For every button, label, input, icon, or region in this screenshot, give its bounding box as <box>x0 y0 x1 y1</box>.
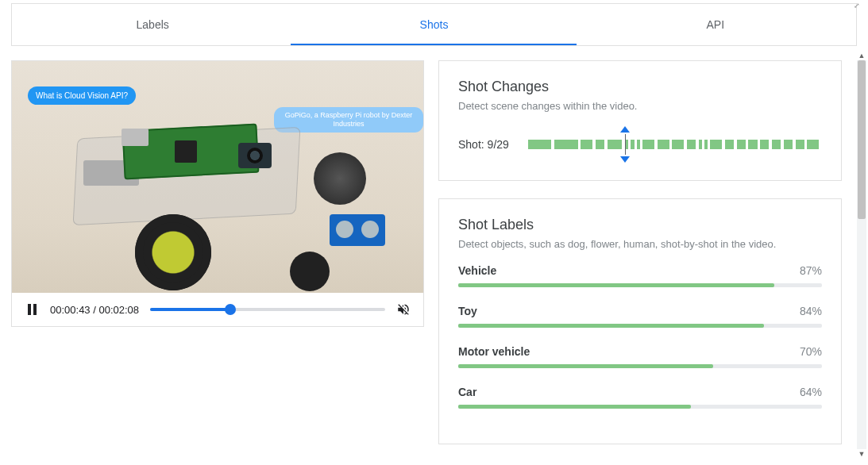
tab-shots[interactable]: Shots <box>293 4 574 45</box>
chevron-up-icon <box>620 126 630 133</box>
results-scroll-area: Shot Changes Detect scene changes within… <box>438 60 842 449</box>
timeline-segment <box>737 140 746 149</box>
shot-labels-card: Shot Labels Detect objects, such as dog,… <box>438 198 842 444</box>
timeline-segment <box>631 140 634 149</box>
label-name: Toy <box>458 305 477 317</box>
timeline-segment <box>596 140 604 149</box>
tab-api[interactable]: API <box>575 4 856 45</box>
shot-changes-subtitle: Detect scene changes within the video. <box>458 100 822 112</box>
label-row: Motor vehicle70% <box>458 345 822 368</box>
confidence-bar-bg <box>458 283 822 287</box>
video-controls: 00:00:43 / 00:02:08 <box>12 293 423 326</box>
timeline-segment <box>637 140 640 149</box>
timeline-segment <box>687 140 696 149</box>
tab-bar: Labels Shots API <box>11 3 857 46</box>
timeline-segment <box>772 140 781 149</box>
label-confidence: 84% <box>800 305 822 317</box>
volume-off-icon <box>396 301 411 318</box>
label-row: Car64% <box>458 386 822 409</box>
label-confidence: 70% <box>800 345 822 358</box>
overlay-caption-1: What is Cloud Vision API? <box>28 86 136 105</box>
timeline-segment <box>625 140 628 149</box>
timeline-segment <box>807 140 819 149</box>
mute-button[interactable] <box>396 302 411 317</box>
timeline-segment <box>796 140 804 149</box>
confidence-bar-bg <box>458 324 822 328</box>
confidence-bar-bg <box>458 405 822 409</box>
timeline-segment <box>581 140 592 149</box>
timeline-segment <box>748 140 757 149</box>
scrollbar-thumb[interactable] <box>858 60 866 219</box>
timeline-segment <box>672 140 684 149</box>
label-row: Vehicle87% <box>458 264 822 287</box>
timeline-segment <box>699 140 702 149</box>
confidence-bar-bg <box>458 364 822 368</box>
label-name: Motor vehicle <box>458 345 530 358</box>
timeline-segment <box>554 140 578 149</box>
video-player: What is Cloud Vision API? GoPiGo, a Rasp… <box>11 60 424 327</box>
timeline-segment <box>704 140 708 149</box>
timeline-segment <box>760 140 769 149</box>
timeline-segment <box>725 140 734 149</box>
timeline-segment <box>658 140 669 149</box>
video-frame[interactable]: What is Cloud Vision API? GoPiGo, a Rasp… <box>12 61 423 293</box>
confidence-bar-fill <box>458 324 764 328</box>
label-confidence: 87% <box>800 264 822 277</box>
time-display: 00:00:43 / 00:02:08 <box>50 304 139 316</box>
video-content-illustration <box>75 121 338 256</box>
shot-labels-subtitle: Detect objects, such as dog, flower, hum… <box>458 238 822 250</box>
timeline-segment <box>608 140 623 149</box>
chevron-down-icon <box>620 156 630 163</box>
pause-icon <box>28 304 37 315</box>
seek-bar[interactable] <box>150 308 385 311</box>
pause-button[interactable] <box>25 302 39 317</box>
label-confidence: 64% <box>800 386 822 398</box>
timeline-segment <box>642 140 654 149</box>
shot-labels-title: Shot Labels <box>458 217 822 233</box>
scroll-up-icon[interactable]: ▲ <box>857 51 866 60</box>
confidence-bar-fill <box>458 364 713 368</box>
shot-counter: Shot: 9/29 <box>458 138 509 151</box>
scrollbar[interactable]: ▲ ▼ <box>857 60 866 449</box>
timeline-segment <box>710 140 722 149</box>
label-name: Car <box>458 386 476 398</box>
shot-timeline[interactable] <box>528 126 822 163</box>
tab-labels[interactable]: Labels <box>12 4 293 45</box>
timeline-segment <box>528 140 552 149</box>
shot-changes-card: Shot Changes Detect scene changes within… <box>438 60 842 181</box>
shot-changes-title: Shot Changes <box>458 79 822 95</box>
seek-thumb[interactable] <box>225 304 236 315</box>
seek-fill <box>150 308 230 311</box>
timeline-segment <box>784 140 793 149</box>
label-row: Toy84% <box>458 305 822 328</box>
scroll-down-icon[interactable]: ▼ <box>857 449 866 459</box>
label-name: Vehicle <box>458 264 496 277</box>
confidence-bar-fill <box>458 283 774 287</box>
confidence-bar-fill <box>458 405 691 409</box>
